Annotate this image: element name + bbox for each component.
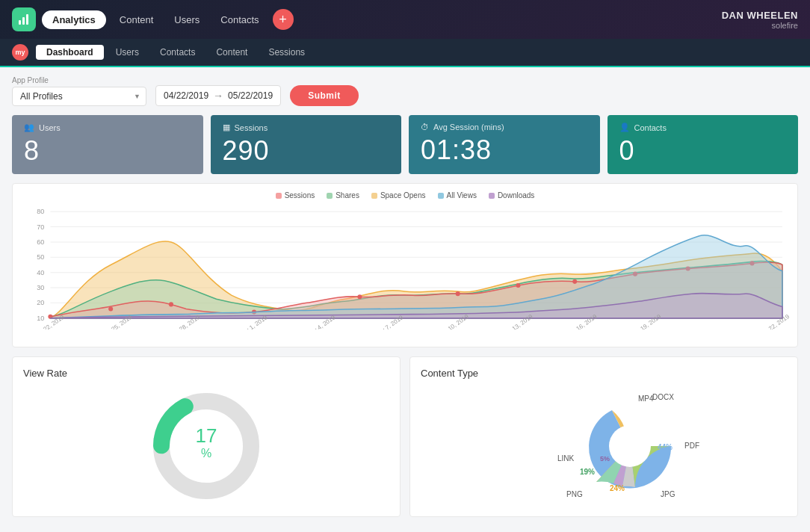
legend-shares-dot — [327, 193, 333, 199]
svg-text:50: 50 — [37, 253, 44, 261]
content-type-panel: Content Type — [409, 356, 798, 517]
profile-label: App Profile — [12, 76, 146, 84]
app-logo[interactable] — [12, 7, 36, 31]
analytics-nav-button[interactable]: Analytics — [42, 10, 106, 29]
legend-downloads: Downloads — [489, 191, 534, 200]
main-chart: Sessions Shares Space Opens All Views Do… — [12, 183, 798, 347]
svg-text:PDF: PDF — [684, 442, 699, 450]
main-content: App Profile All Profiles 04/22/2019 → 05… — [0, 67, 810, 526]
users-icon: 👥 — [24, 123, 34, 132]
svg-text:60: 60 — [37, 238, 44, 246]
date-to: 05/22/2019 — [228, 90, 273, 101]
contacts-icon: 👤 — [619, 123, 630, 132]
profile-select[interactable]: All Profiles — [12, 87, 146, 106]
svg-text:MP4: MP4 — [638, 395, 654, 403]
users-stat-card: 👥 Users 8 — [12, 115, 203, 174]
avg-session-stat-value: 01:38 — [421, 134, 588, 166]
svg-point-23 — [357, 294, 362, 299]
sessions-icon: ▦ — [223, 123, 230, 132]
top-navigation: Analytics Content Users Contacts + DAN W… — [0, 0, 810, 39]
svg-text:DOCX: DOCX — [652, 393, 674, 401]
user-name: DAN WHEELEN — [722, 10, 798, 21]
contacts-stat-label: 👤 Contacts — [619, 123, 787, 132]
contacts-stat-card: 👤 Contacts 0 — [608, 115, 799, 174]
content-type-title: Content Type — [421, 368, 787, 379]
svg-point-45 — [609, 425, 651, 467]
svg-text:%: % — [201, 447, 211, 460]
contacts-stat-value: 0 — [619, 135, 787, 167]
svg-text:30: 30 — [37, 284, 44, 291]
chart-svg: 80 70 60 50 40 30 20 10 — [20, 204, 790, 330]
legend-space-opens-label: Space Opens — [380, 191, 426, 200]
add-button[interactable]: + — [273, 9, 294, 30]
svg-text:PNG: PNG — [566, 490, 583, 498]
date-from: 04/22/2019 — [164, 90, 208, 101]
date-range-picker[interactable]: 04/22/2019 → 05/22/2019 — [155, 85, 281, 106]
legend-all-views-dot — [438, 193, 444, 199]
content-tab[interactable]: Content — [207, 45, 256, 60]
profile-filter: App Profile All Profiles — [12, 76, 146, 106]
sessions-stat-label: ▦ Sessions — [223, 123, 390, 132]
legend-space-opens: Space Opens — [371, 191, 426, 200]
users-nav-link[interactable]: Users — [167, 10, 207, 29]
svg-point-20 — [108, 306, 113, 311]
user-menu[interactable]: DAN WHEELEN solefire — [722, 10, 798, 30]
pie-chart: PDF JPG PNG LINK MP4 DOCX 44% 24% 19% 5% — [492, 386, 716, 506]
avg-session-stat-label: ⏱ Avg Session (mins) — [421, 123, 588, 132]
view-rate-panel: View Rate 17 % — [12, 356, 401, 517]
users-stat-label: 👥 Users — [24, 123, 191, 132]
avg-session-stat-card: ⏱ Avg Session (mins) 01:38 — [409, 115, 600, 174]
svg-point-25 — [516, 283, 520, 288]
contacts-nav-link[interactable]: Contacts — [213, 10, 266, 29]
legend-downloads-dot — [489, 193, 495, 199]
svg-text:44%: 44% — [658, 443, 673, 451]
svg-point-24 — [456, 291, 460, 296]
donut-chart-container: 17 % — [23, 386, 389, 506]
clock-icon: ⏱ — [421, 123, 429, 132]
legend-all-views: All Views — [438, 191, 477, 200]
svg-text:JPG: JPG — [661, 490, 675, 498]
svg-text:40: 40 — [37, 269, 44, 276]
svg-text:70: 70 — [37, 223, 44, 231]
filters-row: App Profile All Profiles 04/22/2019 → 05… — [12, 76, 798, 106]
profile-select-wrapper: All Profiles — [12, 87, 146, 106]
users-stat-value: 8 — [24, 135, 191, 167]
svg-point-26 — [572, 279, 577, 284]
svg-text:19%: 19% — [580, 468, 595, 476]
date-arrow-icon: → — [213, 90, 223, 102]
svg-point-21 — [169, 302, 173, 306]
pie-chart-container: PDF JPG PNG LINK MP4 DOCX 44% 24% 19% 5% — [421, 386, 787, 506]
svg-text:LINK: LINK — [557, 454, 575, 463]
legend-sessions-label: Sessions — [285, 191, 315, 200]
bottom-panels: View Rate 17 % Content Type — [12, 356, 798, 517]
submit-button[interactable]: Submit — [290, 85, 359, 106]
nav-left: Analytics Content Users Contacts + — [12, 7, 294, 31]
nav-avatar: my — [12, 44, 28, 61]
sessions-tab[interactable]: Sessions — [259, 45, 314, 60]
svg-text:24%: 24% — [610, 484, 625, 492]
svg-text:17: 17 — [196, 424, 217, 447]
sessions-stat-value: 290 — [223, 135, 390, 167]
svg-text:5%: 5% — [600, 455, 610, 463]
legend-all-views-label: All Views — [447, 191, 477, 200]
sessions-stat-card: ▦ Sessions 290 — [211, 115, 402, 174]
svg-rect-1 — [22, 17, 25, 25]
contacts-tab[interactable]: Contacts — [151, 45, 204, 60]
legend-space-opens-dot — [371, 193, 377, 199]
svg-rect-2 — [26, 14, 28, 25]
content-nav-link[interactable]: Content — [112, 10, 161, 29]
svg-text:80: 80 — [37, 208, 44, 215]
chart-legend: Sessions Shares Space Opens All Views Do… — [20, 191, 790, 200]
svg-text:20: 20 — [37, 299, 44, 306]
legend-shares-label: Shares — [336, 191, 359, 200]
legend-shares: Shares — [327, 191, 359, 200]
svg-text:10: 10 — [37, 315, 44, 322]
donut-chart: 17 % — [146, 386, 266, 506]
user-company: solefire — [722, 21, 798, 30]
sub-navigation: my Dashboard Users Contacts Content Sess… — [0, 39, 810, 67]
users-tab[interactable]: Users — [107, 45, 148, 60]
dashboard-tab[interactable]: Dashboard — [36, 45, 104, 60]
legend-downloads-label: Downloads — [498, 191, 534, 200]
legend-sessions-dot — [276, 193, 282, 199]
svg-rect-0 — [19, 20, 21, 25]
